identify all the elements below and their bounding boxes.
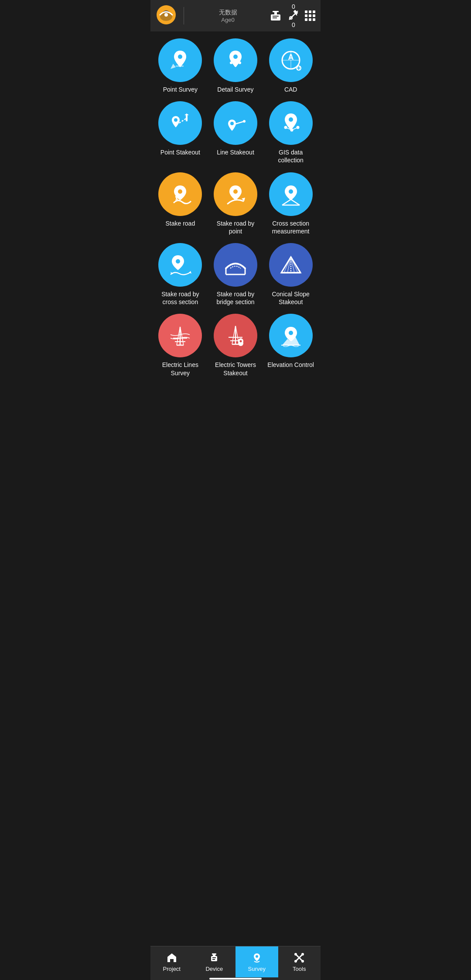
point-survey-icon bbox=[167, 47, 193, 73]
grid-item-gis-data-collection[interactable]: GIS data collection bbox=[265, 101, 316, 164]
svg-rect-75 bbox=[212, 959, 215, 960]
grid-item-line-stakeout[interactable]: Line Stakeout bbox=[210, 101, 261, 164]
no-data-label: 无数据 bbox=[219, 9, 237, 17]
satellite-status: 0 0 bbox=[287, 3, 300, 28]
menu-grid-icon[interactable] bbox=[305, 10, 315, 21]
nav-device-label: Device bbox=[205, 966, 223, 972]
satellite-count: 0 bbox=[292, 3, 295, 10]
tools-nav-icon bbox=[293, 952, 305, 964]
survey-nav-icon bbox=[251, 952, 263, 964]
grid-item-stake-road[interactable]: Stake road bbox=[155, 172, 206, 235]
stake-road-by-bridge-section-icon bbox=[222, 252, 249, 278]
nav-item-device[interactable]: Device bbox=[193, 946, 236, 977]
electric-towers-stakeout-icon bbox=[222, 322, 249, 349]
bottom-nav: Project Device Survey Tools bbox=[150, 946, 321, 977]
svg-point-83 bbox=[294, 960, 297, 963]
home-indicator-bar bbox=[209, 978, 262, 980]
svg-rect-74 bbox=[212, 957, 216, 958]
svg-rect-5 bbox=[273, 17, 277, 18]
stake-road-by-cross-section-label: Stake road by cross section bbox=[155, 290, 206, 306]
grid-item-cross-section-measurement[interactable]: Cross section measurement bbox=[265, 172, 316, 235]
nav-item-tools[interactable]: Tools bbox=[278, 946, 321, 977]
nav-survey-label: Survey bbox=[248, 966, 266, 972]
grid-item-electric-towers-stakeout[interactable]: Electric Towers Stakeout bbox=[210, 314, 261, 377]
gis-data-collection-icon bbox=[278, 110, 304, 136]
svg-point-16 bbox=[230, 62, 232, 64]
stake-road-by-cross-section-icon-bg bbox=[158, 243, 202, 287]
svg-rect-7 bbox=[273, 11, 279, 12]
conical-slope-stakeout-icon bbox=[278, 252, 304, 278]
electric-towers-stakeout-icon-bg bbox=[214, 314, 257, 357]
svg-point-72 bbox=[289, 331, 293, 335]
svg-point-17 bbox=[239, 62, 241, 64]
grid-item-point-survey[interactable]: Point Survey bbox=[155, 38, 206, 93]
svg-point-15 bbox=[233, 55, 238, 59]
point-stakeout-icon bbox=[167, 110, 193, 136]
svg-rect-4 bbox=[273, 16, 279, 17]
grid-item-elevation-control[interactable]: Elevation Control bbox=[265, 314, 316, 377]
svg-point-71 bbox=[239, 340, 242, 343]
svg-line-42 bbox=[176, 199, 178, 199]
point-survey-icon-bg bbox=[158, 38, 202, 82]
grid-item-point-stakeout[interactable]: Point Stakeout bbox=[155, 101, 206, 164]
stake-road-icon bbox=[167, 181, 193, 207]
grid-item-electric-lines-survey[interactable]: Electric Lines Survey bbox=[155, 314, 206, 377]
svg-point-82 bbox=[301, 953, 304, 956]
svg-line-57 bbox=[291, 257, 298, 273]
detail-survey-icon-bg bbox=[214, 38, 257, 82]
stake-road-by-point-label: Stake road by point bbox=[210, 219, 261, 235]
project-nav-icon bbox=[166, 952, 178, 964]
cross-section-measurement-label: Cross section measurement bbox=[265, 219, 316, 235]
satellite-count-2: 0 bbox=[292, 21, 295, 28]
stake-road-by-point-icon-bg bbox=[214, 172, 257, 216]
grid-item-stake-road-by-bridge-section[interactable]: Stake road by bridge section bbox=[210, 243, 261, 306]
grid-item-stake-road-by-point[interactable]: Stake road by point bbox=[210, 172, 261, 235]
gis-data-collection-label: GIS data collection bbox=[265, 148, 316, 164]
cad-label: CAD bbox=[284, 86, 297, 93]
grid-item-conical-slope-stakeout[interactable]: Conical Slope Stakeout bbox=[265, 243, 316, 306]
svg-point-48 bbox=[176, 259, 180, 264]
header: 无数据 Age0 0 0 bbox=[150, 0, 321, 31]
satellite-icon bbox=[287, 10, 300, 21]
svg-point-38 bbox=[178, 189, 182, 194]
line-stakeout-label: Line Stakeout bbox=[217, 148, 254, 156]
grid-item-cad[interactable]: A CAD bbox=[265, 38, 316, 93]
cross-section-measurement-icon-bg bbox=[269, 172, 313, 216]
svg-point-2 bbox=[164, 13, 168, 17]
svg-point-18 bbox=[234, 64, 237, 67]
conical-slope-stakeout-icon-bg bbox=[269, 243, 313, 287]
grid-item-detail-survey[interactable]: Detail Survey bbox=[210, 38, 261, 93]
device-nav-icon bbox=[208, 952, 220, 964]
electric-lines-survey-label: Electric Lines Survey bbox=[155, 361, 206, 377]
svg-line-30 bbox=[236, 121, 244, 124]
stake-road-by-cross-section-icon bbox=[167, 252, 193, 278]
electric-lines-survey-icon-bg bbox=[158, 314, 202, 357]
cad-icon-bg: A bbox=[269, 38, 313, 82]
point-survey-label: Point Survey bbox=[163, 86, 198, 93]
svg-line-45 bbox=[282, 199, 291, 205]
svg-point-81 bbox=[294, 953, 297, 956]
detail-survey-icon bbox=[222, 47, 249, 73]
nav-item-survey[interactable]: Survey bbox=[236, 946, 278, 977]
point-stakeout-label: Point Stakeout bbox=[160, 148, 200, 156]
nav-project-label: Project bbox=[163, 966, 181, 972]
svg-point-26 bbox=[174, 118, 177, 122]
age-label: Age0 bbox=[221, 17, 234, 23]
nav-item-project[interactable]: Project bbox=[150, 946, 193, 977]
svg-point-78 bbox=[256, 955, 258, 958]
svg-line-54 bbox=[284, 257, 291, 273]
svg-point-39 bbox=[175, 195, 178, 198]
header-icons: 0 0 bbox=[269, 3, 315, 28]
svg-line-46 bbox=[291, 199, 300, 205]
conical-slope-stakeout-label: Conical Slope Stakeout bbox=[265, 290, 316, 306]
cad-icon: A bbox=[278, 47, 304, 73]
svg-rect-6 bbox=[274, 12, 277, 15]
line-stakeout-icon-bg bbox=[214, 101, 257, 145]
stake-road-by-bridge-section-label: Stake road by bridge section bbox=[210, 290, 261, 306]
grid-item-stake-road-by-cross-section[interactable]: Stake road by cross section bbox=[155, 243, 206, 306]
svg-rect-73 bbox=[211, 956, 217, 961]
bottom-indicator bbox=[150, 977, 321, 980]
cross-section-measurement-icon bbox=[278, 181, 304, 207]
receiver-status bbox=[269, 10, 282, 21]
header-divider bbox=[184, 7, 184, 24]
